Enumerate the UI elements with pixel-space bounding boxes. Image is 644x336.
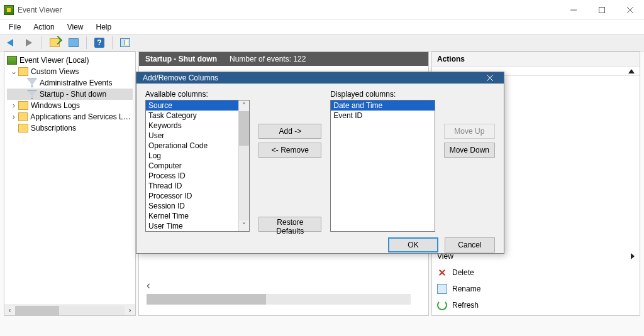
add-button[interactable]: Add ->: [258, 124, 321, 139]
scroll-track[interactable]: [239, 111, 249, 220]
filter-icon: [27, 79, 37, 87]
available-label: Available columns:: [145, 90, 250, 99]
maximize-button[interactable]: [587, 1, 616, 19]
nav-h-scrollbar[interactable]: ‹ ›: [4, 305, 135, 315]
move-up-button[interactable]: Move Up: [444, 124, 495, 139]
dialog-footer: OK Cancel: [136, 237, 504, 253]
menu-action[interactable]: Action: [27, 21, 60, 33]
available-column-item[interactable]: Log: [146, 151, 238, 161]
tree-admin-events[interactable]: Administrative Events: [7, 77, 133, 89]
toolbar-divider: [42, 36, 42, 49]
tree-twisty[interactable]: ›: [9, 112, 18, 121]
content-title: Startup - Shut down: [145, 55, 217, 63]
tree-startup-shutdown-label: Startup - Shut down: [40, 90, 106, 99]
tree-subscriptions[interactable]: Subscriptions: [7, 122, 133, 134]
action-refresh[interactable]: Refresh: [437, 299, 635, 312]
tree-twisty[interactable]: ›: [9, 101, 18, 110]
navigation-pane: Event Viewer (Local) ⌄ Custom Views Admi…: [4, 51, 136, 316]
tree-admin-events-label: Administrative Events: [40, 79, 112, 87]
menu-file[interactable]: File: [3, 21, 27, 33]
restore-defaults-button[interactable]: Restore Defaults: [258, 217, 321, 232]
toolbar-divider: [112, 36, 113, 49]
refresh-icon: [437, 300, 447, 310]
available-column-item[interactable]: Operational Code: [146, 141, 238, 151]
displayed-columns-section: Displayed columns: Date and TimeEvent ID: [330, 90, 435, 232]
displayed-columns-listbox[interactable]: Date and TimeEvent ID: [330, 100, 435, 232]
triangle-up-icon: [628, 69, 635, 73]
ok-button[interactable]: OK: [388, 237, 438, 252]
tree-root[interactable]: Event Viewer (Local): [7, 55, 133, 66]
available-column-item[interactable]: User Time: [146, 221, 238, 231]
available-column-item[interactable]: Computer: [146, 161, 238, 171]
close-button[interactable]: [616, 1, 644, 19]
displayed-column-item[interactable]: Date and Time: [331, 100, 434, 111]
tree-subscriptions-label: Subscriptions: [31, 124, 76, 133]
tree-apps-services[interactable]: › Applications and Services Logs: [7, 111, 133, 122]
tree-root-label: Event Viewer (Local): [19, 56, 89, 65]
tree-windows-logs-label: Windows Logs: [31, 101, 80, 110]
help-button[interactable]: ?: [92, 36, 107, 50]
action-pane-button[interactable]: [118, 36, 133, 50]
open-saved-log-button[interactable]: [47, 36, 62, 50]
menu-view[interactable]: View: [61, 21, 90, 33]
available-column-item[interactable]: User: [146, 131, 238, 141]
action-label: Rename: [452, 285, 480, 293]
chevron-left-icon[interactable]: ‹: [147, 279, 150, 292]
tree-windows-logs[interactable]: › Windows Logs: [7, 100, 133, 111]
scroll-left-button[interactable]: ‹: [4, 306, 15, 315]
content-event-count: Number of events: 122: [230, 55, 306, 63]
tree-apps-services-label: Applications and Services Logs: [30, 112, 133, 121]
arrow-right-icon: [26, 39, 32, 46]
available-columns-listbox[interactable]: SourceTask CategoryKeywordsUserOperation…: [145, 100, 250, 232]
transfer-buttons: Add -> <- Remove Restore Defaults: [258, 90, 321, 232]
remove-button[interactable]: <- Remove: [258, 143, 321, 158]
tree-startup-shutdown[interactable]: Startup - Shut down: [7, 89, 133, 100]
move-down-button[interactable]: Move Down: [444, 143, 495, 158]
available-column-item[interactable]: Processor ID: [146, 191, 238, 201]
actions-header: Actions: [432, 52, 640, 67]
tree-twisty[interactable]: ⌄: [9, 67, 18, 76]
available-column-item[interactable]: Task Category: [146, 111, 238, 121]
displayed-column-item[interactable]: Event ID: [331, 111, 434, 121]
toolbar: ?: [0, 34, 644, 51]
menubar: File Action View Help: [0, 20, 644, 34]
scroll-track[interactable]: [15, 306, 125, 315]
cancel-button[interactable]: Cancel: [445, 237, 495, 252]
scroll-thumb[interactable]: [147, 294, 266, 305]
v-scrollbar[interactable]: ˄ ˅: [238, 100, 249, 231]
tree-view[interactable]: Event Viewer (Local) ⌄ Custom Views Admi…: [4, 52, 135, 305]
event-viewer-icon: [7, 56, 17, 65]
available-column-item[interactable]: Process ID: [146, 171, 238, 181]
scroll-right-button[interactable]: ›: [125, 306, 135, 315]
scroll-thumb[interactable]: [15, 306, 59, 315]
back-button[interactable]: [3, 36, 18, 50]
available-column-item[interactable]: Kernel Time: [146, 211, 238, 221]
action-rename[interactable]: Rename: [437, 283, 635, 295]
chevron-right-icon: [631, 253, 635, 259]
available-column-item[interactable]: Keywords: [146, 121, 238, 131]
scroll-up-button[interactable]: ˄: [239, 100, 248, 111]
bottom-gap: [0, 317, 644, 336]
available-column-item[interactable]: Source: [146, 100, 238, 111]
scroll-thumb[interactable]: [239, 111, 249, 146]
reorder-buttons: Move Up Move Down: [444, 90, 495, 232]
window-title: Event Viewer: [18, 6, 62, 14]
scroll-down-button[interactable]: ˅: [239, 220, 248, 231]
tree-custom-views[interactable]: ⌄ Custom Views: [7, 66, 133, 77]
dialog-close-button[interactable]: [481, 74, 499, 82]
content-bottom-strip: ‹: [147, 278, 421, 308]
tree-custom-views-label: Custom Views: [31, 67, 79, 76]
action-delete[interactable]: Delete: [437, 266, 635, 279]
properties-button[interactable]: [66, 36, 81, 50]
menu-help[interactable]: Help: [90, 21, 118, 33]
content-h-scrollbar[interactable]: [147, 294, 411, 305]
filter-icon: [27, 90, 37, 99]
dialog-titlebar[interactable]: Add/Remove Columns: [136, 72, 504, 84]
minimize-button[interactable]: [559, 1, 587, 19]
forward-button[interactable]: [21, 36, 36, 50]
action-label: Delete: [452, 268, 474, 277]
add-remove-columns-dialog: Add/Remove Columns Available columns: So…: [136, 72, 504, 254]
folder-icon: [18, 124, 28, 133]
available-column-item[interactable]: Session ID: [146, 201, 238, 211]
available-column-item[interactable]: Thread ID: [146, 181, 238, 191]
